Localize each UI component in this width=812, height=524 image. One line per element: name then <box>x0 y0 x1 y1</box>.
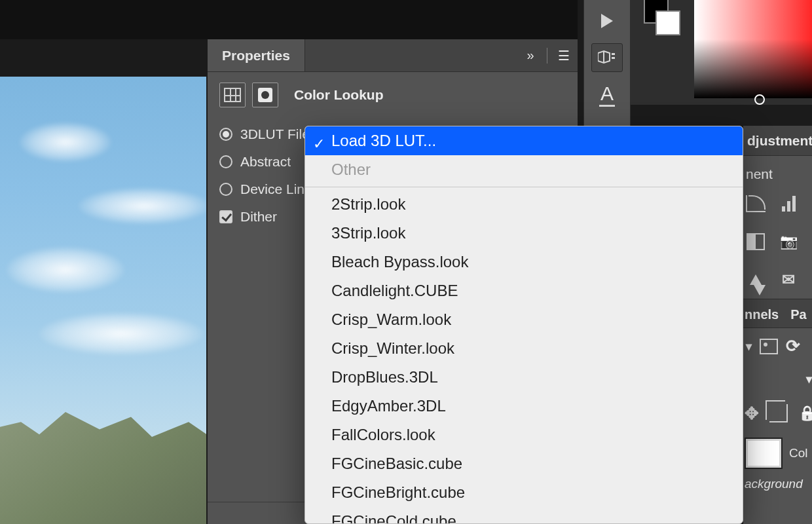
dropdown-item[interactable]: EdgyAmber.3DL <box>305 392 743 421</box>
option-label: Abstract <box>240 154 291 170</box>
adjustments-row-1 <box>743 185 812 223</box>
color-panel <box>631 0 812 105</box>
dropdown-item[interactable]: FGCineBright.cube <box>305 478 743 507</box>
tab-adjustments[interactable]: djustments <box>743 126 812 156</box>
option-label: 3DLUT File <box>240 126 310 142</box>
dropdown-label: 2Strip.look <box>331 195 405 213</box>
dropdown-label: Other <box>331 160 371 178</box>
play-icon <box>601 14 613 28</box>
dropdown-item[interactable]: Crisp_Warm.look <box>305 305 743 334</box>
radio-icon[interactable] <box>219 128 232 141</box>
dropdown-item[interactable]: 2Strip.look <box>305 190 743 219</box>
radio-icon[interactable] <box>219 155 232 168</box>
tab-properties[interactable]: Properties <box>208 39 305 71</box>
adjustment-label: nent <box>743 156 812 185</box>
dropdown-label: FGCineBright.cube <box>331 483 465 501</box>
tab-channels[interactable]: nnels <box>745 307 779 322</box>
chevron-down-icon: ▾ <box>746 339 752 354</box>
type-icon: A <box>599 83 615 107</box>
dropdown-label: FallColors.look <box>331 426 435 443</box>
dropdown-label: Crisp_Warm.look <box>331 310 451 328</box>
image-thumb-icon[interactable] <box>760 339 778 354</box>
dropdown-label: Load 3D LUT... <box>331 132 436 149</box>
layer-label: Col <box>789 446 808 460</box>
svg-rect-3 <box>612 57 615 59</box>
dropdown-label: Bleach Bypass.look <box>331 253 468 271</box>
dropdown-divider <box>305 187 743 187</box>
dropdown-label: DropBlues.3DL <box>331 368 438 386</box>
dropdown-item[interactable]: 3Strip.look <box>305 219 743 248</box>
3d-panel-button[interactable] <box>591 43 623 72</box>
layer-color-lookup[interactable]: Col <box>743 432 812 474</box>
app-top-bar <box>0 0 578 39</box>
svg-rect-2 <box>612 53 615 55</box>
curves-icon[interactable] <box>745 194 767 214</box>
dropdown-item-other: Other <box>305 155 743 184</box>
dropdown-label: Candlelight.CUBE <box>331 282 458 299</box>
blend-mode-dropdown[interactable]: ▾ <box>743 328 812 364</box>
radio-icon[interactable] <box>219 183 232 196</box>
dropdown-label: 3Strip.look <box>331 224 405 242</box>
panel-header: Color Lookup <box>208 72 578 121</box>
layer-filter-row: ▾ <box>743 364 812 394</box>
option-label: Dither <box>240 209 277 225</box>
dropdown-label: EdgyAmber.3DL <box>331 397 446 415</box>
dropdown-item[interactable]: FGCineBasic.cube <box>305 449 743 478</box>
adjustments-row-3 <box>743 261 812 299</box>
dropdown-item[interactable]: Candlelight.CUBE <box>305 276 743 305</box>
right-side-panels: djustments nent nnels Pa ▾ ▾ Col ackgrou… <box>743 126 812 524</box>
dropdown-label: FGCineCold.cube <box>331 512 456 524</box>
cloud-decoration <box>20 122 111 162</box>
play-button[interactable] <box>591 7 623 35</box>
chevron-down-icon: ▾ <box>806 372 812 386</box>
lock-icon[interactable] <box>798 403 812 423</box>
background-swatch[interactable] <box>655 10 680 35</box>
dropdown-item[interactable]: Crisp_Winter.look <box>305 334 743 363</box>
color-field[interactable] <box>694 0 812 98</box>
collapse-panel-icon[interactable]: » <box>517 39 544 71</box>
layer-thumbnail <box>746 439 781 468</box>
3dlut-file-dropdown[interactable]: ✓ Load 3D LUT... Other 2Strip.look 3Stri… <box>304 126 743 524</box>
cycle-icon[interactable] <box>786 336 800 356</box>
dropdown-item[interactable]: DropBlues.3DL <box>305 363 743 392</box>
foreground-background-swatches[interactable] <box>644 0 679 34</box>
panel-tab-row: Properties » ☰ <box>208 39 578 72</box>
right-tool-strip: A <box>583 0 631 131</box>
layer-mask-icon[interactable] <box>252 83 278 107</box>
separator <box>547 48 547 64</box>
layer-background[interactable]: ackground <box>743 474 812 494</box>
mountain-decoration <box>0 400 206 524</box>
lut-grid-icon[interactable] <box>219 83 246 107</box>
checkbox-icon[interactable] <box>219 210 232 223</box>
move-icon[interactable] <box>745 403 759 423</box>
dropdown-item[interactable]: FGCineCold.cube <box>305 507 743 524</box>
dropdown-item[interactable]: Bleach Bypass.look <box>305 248 743 276</box>
camera-icon[interactable] <box>777 232 800 252</box>
type-tool-button[interactable]: A <box>591 80 623 109</box>
panel-title: Color Lookup <box>294 87 383 103</box>
crop-icon[interactable] <box>769 403 788 423</box>
envelope-icon[interactable] <box>777 270 800 290</box>
cloud-decoration <box>7 247 124 293</box>
dropdown-item-load-3d-lut[interactable]: ✓ Load 3D LUT... <box>305 126 743 155</box>
levels-plus-icon[interactable] <box>777 194 800 214</box>
dropdown-label: FGCineBasic.cube <box>331 455 462 472</box>
posterize-icon[interactable] <box>745 270 767 290</box>
cube-icon <box>598 50 616 66</box>
dropdown-label: Crisp_Winter.look <box>331 339 454 357</box>
check-icon: ✓ <box>313 132 325 156</box>
option-label: Device Link <box>240 181 312 197</box>
bw-icon[interactable] <box>745 232 767 252</box>
document-canvas[interactable] <box>0 77 206 524</box>
color-picker-cursor-icon <box>754 94 765 105</box>
adjustments-row-2 <box>743 223 812 261</box>
tab-paths[interactable]: Pa <box>790 307 806 322</box>
cloud-decoration <box>39 312 203 355</box>
cloud-decoration <box>79 188 206 224</box>
dropdown-item[interactable]: FallColors.look <box>305 421 743 449</box>
panel-menu-icon[interactable]: ☰ <box>550 39 578 71</box>
layer-tools-row <box>743 394 812 432</box>
layer-label: ackground <box>745 477 803 491</box>
